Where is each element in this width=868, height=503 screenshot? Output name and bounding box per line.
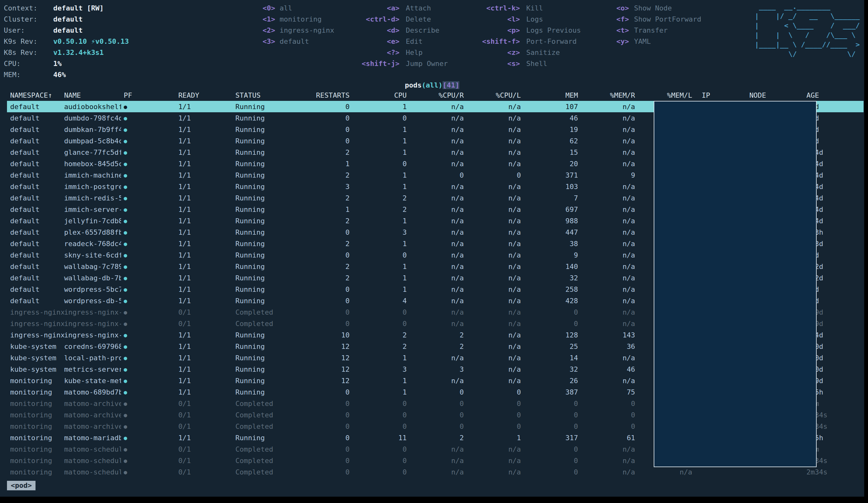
cell-pf: ● (121, 432, 178, 443)
cell-namespace: default (7, 215, 64, 226)
hotkey-label: Show PortForward (634, 14, 701, 25)
cell-mem-r: n/a (578, 318, 635, 329)
cell-cpu-l: n/a (464, 363, 521, 375)
resource-scope: (all) (422, 81, 443, 89)
cell-mem: 62 (521, 135, 578, 146)
cell-namespace: monitoring (7, 455, 64, 466)
cell-cpu-r: n/a (407, 226, 464, 238)
column-header-ip: IP (692, 90, 750, 101)
cell-namespace: default (7, 112, 64, 124)
cell-mem-r: n/a (578, 124, 635, 135)
column-header-mem: MEM (521, 90, 578, 101)
cell-namespace: default (7, 181, 64, 192)
cell-ready: 1/1 (178, 295, 235, 306)
cell-cpu-r: n/a (407, 146, 464, 158)
pf-indicator-icon: ● (124, 103, 127, 110)
cell-mem-r: n/a (578, 181, 635, 192)
cell-mem-r: n/a (578, 192, 635, 204)
cell-restarts: 0 (293, 124, 350, 135)
cell-restarts: 0 (293, 101, 350, 112)
pf-indicator-icon: ● (124, 263, 127, 270)
cell-namespace: kube-system (7, 363, 64, 375)
cell-cpu-r: n/a (407, 124, 464, 135)
cell-cpu-r: 0 (407, 409, 464, 421)
cell-cpu-l: n/a (464, 226, 521, 238)
hotkey-item: <p>Logs Previous (464, 25, 581, 36)
hotkey-key: <?> (345, 47, 400, 58)
cell-status: Completed (236, 306, 293, 318)
cell-namespace: default (7, 158, 64, 170)
cell-pf: ● (121, 318, 178, 329)
info-label: K8s Rev: (4, 47, 53, 58)
hotkey-label: Port-Forward (526, 36, 577, 47)
cell-mem: 32 (521, 272, 578, 284)
hotkey-key: <o> (587, 2, 629, 14)
cell-node (750, 466, 806, 478)
cell-cpu-l: 0 (464, 386, 521, 398)
cell-mem-r: 61 (578, 432, 635, 443)
cell-mem: 103 (521, 181, 578, 192)
cell-cpu-l: n/a (464, 146, 521, 158)
cell-name: dumbdo-798fc4dfb9-mdqm9 (64, 112, 121, 124)
cell-name: homebox-845d5cffcb-k74f6 (64, 158, 121, 170)
cell-mem-r: n/a (578, 375, 635, 386)
cell-mem: 988 (521, 215, 578, 226)
cell-pf: ● (121, 455, 178, 466)
cell-ready: 1/1 (178, 101, 235, 112)
command-hotkeys-col2: <ctrl-k>Kill<l>Logs<p>Logs Previous<shif… (464, 2, 581, 69)
hotkey-key: <ctrl-k> (464, 2, 520, 14)
cell-namespace: monitoring (7, 443, 64, 455)
hotkey-item: <e>Edit (345, 36, 448, 47)
cell-mem-r: n/a (578, 112, 635, 124)
hotkey-key: <d> (345, 25, 400, 36)
cell-mem: 14 (521, 352, 578, 363)
hotkey-item: <2>ingress-nginx (254, 25, 334, 36)
cell-mem: 128 (521, 329, 578, 341)
cell-cpu-l: n/a (464, 158, 521, 170)
cell-cpu: 0 (350, 455, 407, 466)
cell-status: Running (236, 170, 293, 181)
cell-cpu-l: n/a (464, 455, 521, 466)
breadcrumb-pod[interactable]: <pod> (7, 481, 35, 490)
cell-name: coredns-697968c856-6h8gs (64, 341, 121, 352)
cell-pf: ● (121, 421, 178, 432)
hotkey-label: all (280, 2, 292, 14)
cell-cpu: 3 (350, 363, 407, 375)
cell-name: local-path-provisioner-774c6665dc-jskcb (64, 352, 121, 363)
cell-age: 2m34s (806, 466, 864, 478)
cell-restarts: 12 (293, 352, 350, 363)
cell-cpu-r: n/a (407, 192, 464, 204)
cell-namespace: default (7, 101, 64, 112)
cell-status: Running (236, 158, 293, 170)
table-row[interactable]: monitoringmatomo-scheduled-tasks-2931945… (7, 466, 864, 478)
cell-cpu-l: n/a (464, 261, 521, 272)
pf-indicator-icon: ● (124, 275, 127, 281)
cell-mem-r: 9 (578, 170, 635, 181)
cell-mem: 20 (521, 158, 578, 170)
cell-ready: 1/1 (178, 352, 235, 363)
cell-restarts: 12 (293, 363, 350, 375)
cell-status: Running (236, 386, 293, 398)
cell-mem: 0 (521, 466, 578, 478)
cell-name: readeck-768dc45d9-bf5wm (64, 238, 121, 249)
context-hotkeys: <0>all<1>monitoring<2>ingress-nginx<3>de… (254, 2, 334, 47)
cell-namespace: default (7, 204, 64, 215)
column-header-mem-r: %MEM/R (578, 90, 635, 101)
cell-namespace: ingress-nginx (7, 329, 64, 341)
cell-ready: 1/1 (178, 375, 235, 386)
cell-mem: 0 (521, 398, 578, 409)
cell-mem-r: n/a (578, 443, 635, 455)
hotkey-item: <y>YAML (587, 36, 701, 47)
cell-restarts: 0 (293, 432, 350, 443)
cell-name: kube-state-metrics-6b55bb6569-x7gkr (64, 375, 121, 386)
pf-indicator-icon: ● (124, 332, 127, 338)
cell-name: skny-site-6cdf568b98-zpbcn (64, 249, 121, 261)
cell-restarts: 0 (293, 398, 350, 409)
cell-cpu-l: n/a (464, 284, 521, 295)
cell-status: Running (236, 284, 293, 295)
hotkey-label: Help (406, 47, 423, 58)
cell-cpu-r: 0 (407, 170, 464, 181)
pf-indicator-icon: ● (124, 286, 127, 293)
cell-cpu-r: n/a (407, 181, 464, 192)
cell-namespace: monitoring (7, 375, 64, 386)
